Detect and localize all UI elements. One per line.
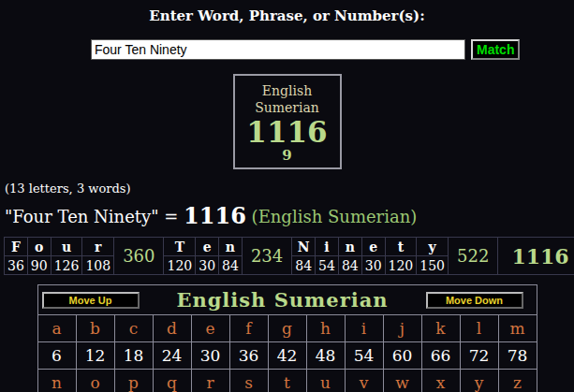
- match-button[interactable]: Match: [471, 39, 520, 60]
- cipher-letter: d: [153, 315, 191, 342]
- equals-sign: =: [159, 207, 184, 226]
- cipher-letter-value: 72: [460, 342, 498, 370]
- result-reduced-value: 9: [235, 148, 340, 164]
- cipher-letter-value: 54: [345, 342, 383, 370]
- breakdown-letter: N: [292, 238, 316, 256]
- breakdown-letter: n: [219, 238, 243, 256]
- cipher-letter: v: [345, 370, 383, 392]
- cipher-letter-value: 60: [383, 342, 421, 370]
- move-up-button[interactable]: Move Up: [42, 292, 140, 309]
- cipher-letter: y: [460, 370, 498, 392]
- cipher-letter-value: 24: [153, 342, 191, 370]
- breakdown-letter-value: 90: [27, 256, 51, 275]
- breakdown-letter: y: [417, 238, 449, 256]
- breakdown-letter-value: 126: [51, 256, 82, 275]
- cipher-letter: w: [383, 370, 421, 392]
- cipher-letter: x: [421, 370, 460, 392]
- page-title: Enter Word, Phrase, or Number(s):: [0, 7, 574, 24]
- cipher-letter: b: [76, 315, 114, 342]
- cipher-table-title: English Sumerian: [140, 288, 426, 312]
- cipher-letter: s: [229, 370, 268, 392]
- cipher-letter: n: [37, 370, 76, 392]
- phrase-value: 1116: [184, 202, 246, 229]
- breakdown-letter-value: 84: [338, 256, 361, 275]
- cipher-letter: p: [114, 370, 153, 392]
- cipher-letter: o: [76, 370, 114, 392]
- cipher-letter-value: 78: [498, 342, 537, 370]
- cipher-letter: z: [498, 370, 537, 392]
- cipher-letter: h: [306, 315, 345, 342]
- breakdown-letter: i: [316, 238, 339, 256]
- cipher-letter: i: [345, 315, 383, 342]
- breakdown-table: Four360Ten234Ninety522111636901261081203…: [4, 237, 574, 275]
- cipher-letter: m: [498, 315, 537, 342]
- result-box: English Sumerian 1116 9: [233, 74, 342, 169]
- phrase-input[interactable]: [91, 39, 465, 60]
- cipher-letter: e: [191, 315, 229, 342]
- breakdown-letter: t: [385, 238, 417, 256]
- breakdown-letter: r: [82, 238, 114, 256]
- breakdown-letter-value: 108: [82, 256, 114, 275]
- result-cipher-name: English Sumerian: [249, 82, 326, 116]
- cipher-letter: l: [460, 315, 498, 342]
- cipher-letter: f: [229, 315, 268, 342]
- breakdown-letter: n: [338, 238, 361, 256]
- cipher-letter: c: [114, 315, 153, 342]
- cipher-letter: a: [37, 315, 76, 342]
- breakdown-letter: o: [27, 238, 51, 256]
- cipher-letter-value: 36: [229, 342, 268, 370]
- cipher-letter: u: [306, 370, 345, 392]
- move-down-button[interactable]: Move Down: [426, 292, 523, 309]
- breakdown-letter: T: [164, 238, 196, 256]
- cipher-letter-value: 12: [76, 342, 114, 370]
- breakdown-word-sum: 522: [449, 238, 498, 275]
- cipher-table-header-cell: Move Up English Sumerian Move Down: [37, 285, 537, 315]
- breakdown-letter-value: 30: [361, 256, 385, 275]
- cipher-letter: t: [268, 370, 306, 392]
- breakdown-letter-value: 54: [316, 256, 339, 275]
- breakdown-total: 1116: [498, 238, 574, 275]
- cipher-letter: r: [191, 370, 229, 392]
- cipher-letter-value: 18: [114, 342, 153, 370]
- breakdown-letter-value: 150: [417, 256, 449, 275]
- phrase-cipher-name: (English Sumerian): [246, 207, 417, 226]
- phrase-text: "Four Ten Ninety": [5, 207, 159, 226]
- cipher-letter-value: 30: [191, 342, 229, 370]
- breakdown-letter: F: [5, 238, 28, 256]
- cipher-table: Move Up English Sumerian Move Down abcde…: [37, 284, 537, 392]
- cipher-letter-value: 42: [268, 342, 306, 370]
- breakdown-letter-value: 120: [385, 256, 417, 275]
- result-value: 1116: [235, 117, 340, 148]
- breakdown-letter-value: 84: [219, 256, 243, 275]
- search-row: Match: [91, 39, 574, 60]
- breakdown-letter-value: 30: [196, 256, 219, 275]
- cipher-letter-value: 48: [306, 342, 345, 370]
- breakdown-letter: e: [196, 238, 219, 256]
- cipher-letter: q: [153, 370, 191, 392]
- breakdown-word-sum: 234: [242, 238, 291, 275]
- cipher-letter: j: [383, 315, 421, 342]
- breakdown-letter: e: [361, 238, 385, 256]
- cipher-table-header-row: Move Up English Sumerian Move Down: [37, 285, 537, 315]
- letters-words-count: (13 letters, 3 words): [5, 181, 574, 196]
- cipher-letter-value: 66: [421, 342, 460, 370]
- phrase-result-line: "Four Ten Ninety" = 1116 (English Sumeri…: [5, 202, 574, 229]
- breakdown-letter-value: 84: [292, 256, 316, 275]
- breakdown-letter-value: 120: [164, 256, 196, 275]
- breakdown-word-sum: 360: [114, 238, 164, 275]
- breakdown-letter-value: 36: [5, 256, 28, 275]
- cipher-letter: k: [421, 315, 460, 342]
- cipher-letter: g: [268, 315, 306, 342]
- cipher-letter-value: 6: [37, 342, 76, 370]
- breakdown-letter: u: [51, 238, 82, 256]
